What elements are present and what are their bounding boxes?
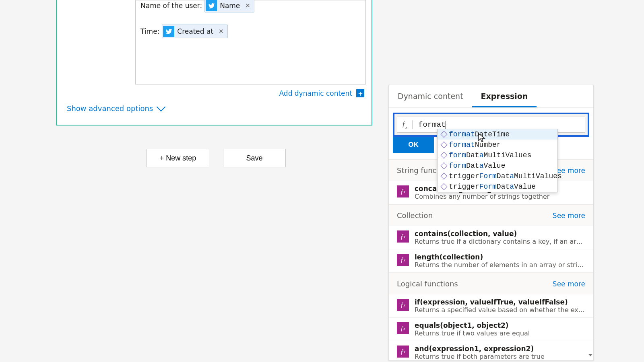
function-row[interactable]: ƒxif(expression, valueIfTrue, valueIfFal… bbox=[389, 294, 593, 318]
autocomplete-item-label: formDataValue bbox=[449, 162, 505, 170]
cube-icon bbox=[441, 131, 448, 138]
fx-badge-icon: ƒx bbox=[397, 346, 409, 358]
expression-panel: Dynamic content Expression ƒx format OK … bbox=[388, 85, 594, 361]
save-button[interactable]: Save bbox=[223, 149, 286, 167]
fx-icon: ƒx bbox=[397, 120, 413, 130]
action-card: Name of the user: Name ✕ Time: Created a… bbox=[56, 0, 372, 125]
show-advanced-label: Show advanced options bbox=[67, 104, 153, 113]
category-name: Logical functions bbox=[397, 280, 458, 288]
cube-icon bbox=[441, 152, 448, 159]
autocomplete-item[interactable]: triggerFormDataMultiValues bbox=[438, 171, 557, 181]
see-more-link[interactable]: See more bbox=[553, 212, 585, 220]
fx-badge-icon: ƒx bbox=[397, 230, 409, 243]
add-dynamic-content-link[interactable]: Add dynamic content ＋ bbox=[279, 89, 364, 97]
autocomplete-item-label: formatDateTime bbox=[449, 130, 510, 138]
token-created-at[interactable]: Created at ✕ bbox=[162, 25, 227, 38]
function-description: Returns a specified value based on wheth… bbox=[415, 306, 585, 314]
function-description: Combines any number of strings together bbox=[415, 193, 585, 200]
add-dynamic-content-icon[interactable]: ＋ bbox=[356, 89, 364, 97]
token-text: Created at bbox=[177, 27, 213, 35]
token-text: Name bbox=[220, 2, 240, 10]
cube-icon bbox=[441, 162, 448, 169]
autocomplete-item[interactable]: formDataMultiValues bbox=[438, 150, 557, 160]
new-step-button[interactable]: + New step bbox=[147, 149, 209, 167]
autocomplete-dropdown: formatDateTimeformatNumberformDataMultiV… bbox=[437, 129, 558, 192]
autocomplete-item[interactable]: triggerFormDataValue bbox=[438, 181, 557, 192]
category-header: CollectionSee more bbox=[389, 204, 593, 226]
remove-token-icon[interactable]: ✕ bbox=[217, 28, 225, 35]
function-signature: length(collection) bbox=[415, 253, 585, 261]
field-label-time: Time: bbox=[140, 27, 159, 35]
tab-expression[interactable]: Expression bbox=[472, 85, 537, 107]
function-description: Returns true if a dictionary contains a … bbox=[415, 238, 585, 245]
expression-input[interactable]: format bbox=[413, 120, 585, 129]
function-signature: if(expression, valueIfTrue, valueIfFalse… bbox=[415, 298, 585, 306]
function-description: Returns true if two values are equal bbox=[415, 329, 585, 337]
scroll-down-icon[interactable] bbox=[588, 352, 593, 358]
chevron-down-icon bbox=[157, 103, 166, 112]
add-dynamic-content-label: Add dynamic content bbox=[279, 89, 352, 97]
autocomplete-item-label: triggerFormDataMultiValues bbox=[449, 172, 562, 180]
autocomplete-item[interactable]: formatDateTime bbox=[438, 129, 557, 140]
see-more-link[interactable]: See more bbox=[553, 280, 585, 288]
category-header: Logical functionsSee more bbox=[389, 273, 593, 294]
cube-icon bbox=[441, 173, 448, 180]
autocomplete-item-label: triggerFormDataValue bbox=[449, 183, 536, 191]
autocomplete-item[interactable]: formatNumber bbox=[438, 140, 557, 150]
ok-button[interactable]: OK bbox=[393, 137, 434, 153]
twitter-icon bbox=[206, 0, 217, 11]
cube-icon bbox=[441, 183, 448, 190]
token-name[interactable]: Name ✕ bbox=[204, 0, 254, 12]
function-description: Returns the number of elements in an arr… bbox=[415, 261, 585, 269]
function-description: Returns true if both parameters are true bbox=[415, 353, 585, 360]
fx-badge-icon: ƒx bbox=[397, 322, 409, 334]
category-name: Collection bbox=[397, 211, 433, 220]
function-row[interactable]: ƒxcontains(collection, value)Returns tru… bbox=[389, 226, 593, 249]
tab-dynamic-content[interactable]: Dynamic content bbox=[389, 85, 472, 107]
function-signature: and(expression1, expression2) bbox=[415, 345, 585, 353]
function-row[interactable]: ƒxequals(object1, object2)Returns true i… bbox=[389, 318, 593, 341]
panel-tabs: Dynamic content Expression bbox=[389, 85, 593, 108]
function-signature: contains(collection, value) bbox=[415, 230, 585, 238]
cube-icon bbox=[441, 142, 448, 148]
autocomplete-item-label: formDataMultiValues bbox=[449, 151, 531, 159]
function-signature: equals(object1, object2) bbox=[415, 321, 585, 329]
function-row[interactable]: ƒxlength(collection)Returns the number o… bbox=[389, 249, 593, 273]
autocomplete-item[interactable]: formDataValue bbox=[438, 160, 557, 171]
compose-body-textarea[interactable]: Name of the user: Name ✕ Time: Created a… bbox=[135, 0, 366, 84]
fx-badge-icon: ƒx bbox=[397, 254, 409, 266]
show-advanced-options-link[interactable]: Show advanced options bbox=[67, 104, 164, 113]
fx-badge-icon: ƒx bbox=[397, 185, 409, 197]
fx-badge-icon: ƒx bbox=[397, 299, 409, 311]
twitter-icon bbox=[163, 26, 174, 37]
remove-token-icon[interactable]: ✕ bbox=[244, 2, 252, 9]
field-label-name: Name of the user: bbox=[140, 2, 202, 10]
autocomplete-item-label: formatNumber bbox=[449, 141, 501, 149]
function-row[interactable]: ƒxand(expression1, expression2)Returns t… bbox=[389, 341, 593, 362]
